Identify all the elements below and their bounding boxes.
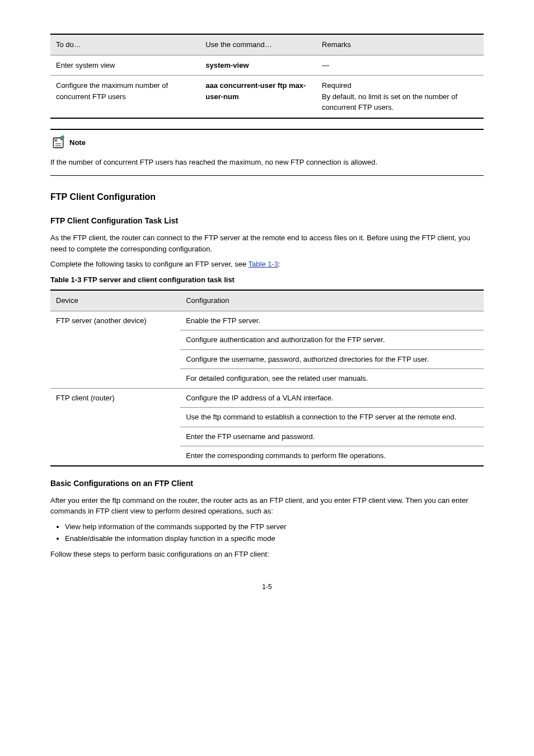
cell-remarks: —	[316, 55, 484, 76]
task-list-table: Device Configuration FTP server (another…	[50, 290, 484, 466]
cell-config: Configure the username, password, author…	[180, 349, 484, 369]
paragraph: After you enter the ftp command on the r…	[50, 495, 484, 517]
list-item: View help information of the commands su…	[65, 521, 484, 533]
subsection-heading: FTP Client Configuration Task List	[50, 215, 484, 227]
cell-remarks: Required By default, no limit is set on …	[316, 76, 484, 118]
text-fragment: Complete the following tasks to configur…	[50, 260, 249, 268]
paragraph: Follow these steps to perform basic conf…	[50, 549, 484, 560]
cell-todo: Configure the maximum number of concurre…	[50, 76, 200, 118]
cell-device: FTP server (another device)	[50, 311, 180, 388]
paragraph: As the FTP client, the router can connec…	[50, 232, 484, 254]
cell-todo: Enter system view	[50, 55, 200, 76]
note-text: If the number of concurrent FTP users ha…	[50, 157, 484, 168]
config-table: To do… Use the command… Remarks Enter sy…	[50, 34, 484, 119]
col-remarks: Remarks	[316, 34, 484, 55]
cell-config: For detailed configuration, see the rela…	[180, 369, 484, 389]
note-label: Note	[69, 137, 86, 148]
bullet-list: View help information of the commands su…	[65, 521, 484, 544]
table-row: Enter system view system-view —	[50, 55, 484, 76]
cell-device: FTP client (router)	[50, 388, 180, 466]
cell-config: Enable the FTP server.	[180, 311, 484, 330]
col-command: Use the command…	[200, 34, 316, 55]
cell-config: Enter the FTP username and password.	[180, 427, 484, 446]
divider	[50, 129, 484, 130]
cell-command: system-view	[200, 55, 316, 76]
text-fragment: :	[278, 260, 280, 268]
col-device: Device	[50, 290, 180, 311]
table-row: FTP server (another device) Enable the F…	[50, 311, 484, 330]
table-row: Configure the maximum number of concurre…	[50, 76, 484, 118]
table-ref-link[interactable]: Table 1-3	[249, 260, 278, 268]
page-number: 1-5	[50, 582, 484, 592]
cell-command: aaa concurrent-user ftp max-user-num	[200, 76, 316, 118]
cell-config: Enter the corresponding commands to perf…	[180, 446, 484, 466]
subsection-heading: Basic Configurations on an FTP Client	[50, 478, 484, 489]
paragraph: Complete the following tasks to configur…	[50, 259, 484, 270]
cell-config: Use the ftp command to establish a conne…	[180, 408, 484, 427]
cell-config: Configure the IP address of a VLAN inter…	[180, 388, 484, 408]
section-heading: FTP Client Configuration	[50, 190, 484, 204]
list-item: Enable/disable the information display f…	[65, 533, 484, 544]
table-row: FTP client (router) Configure the IP add…	[50, 388, 484, 408]
table-caption: Table 1-3 FTP server and client configur…	[50, 274, 484, 286]
col-config: Configuration	[180, 290, 484, 311]
note-block: Note	[50, 136, 484, 150]
divider	[50, 175, 484, 176]
note-icon	[50, 136, 66, 150]
cell-config: Configure authentication and authorizati…	[180, 330, 484, 350]
col-todo: To do…	[50, 34, 200, 55]
